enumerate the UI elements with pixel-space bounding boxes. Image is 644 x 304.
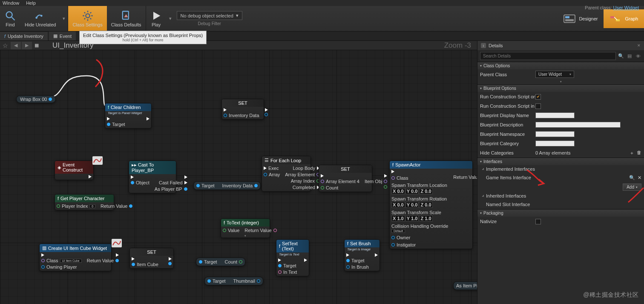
parent-class-combo[interactable]: User Widget bbox=[535, 71, 574, 78]
search-interface-icon[interactable]: 🔍 bbox=[629, 175, 635, 181]
find-button[interactable]: Find bbox=[0, 6, 20, 31]
favorite-icon[interactable]: ☆ bbox=[3, 42, 8, 49]
svg-point-3 bbox=[40, 14, 43, 17]
menu-help[interactable]: Help bbox=[26, 0, 36, 6]
section-interfaces[interactable]: Interfaces bbox=[477, 158, 644, 165]
add-interface-button[interactable]: Add bbox=[623, 184, 641, 191]
field-description[interactable] bbox=[535, 122, 621, 128]
checkbox-rcsid[interactable] bbox=[535, 103, 541, 109]
class-settings-button[interactable]: Class Settings bbox=[68, 6, 106, 31]
hide-unrelated-dropdown[interactable]: ▾ bbox=[60, 6, 68, 31]
tab-designer[interactable]: Designer bbox=[558, 9, 604, 28]
details-icon: i bbox=[481, 43, 486, 48]
play-dropdown[interactable]: ▾ bbox=[167, 6, 174, 31]
svg-line-1 bbox=[12, 17, 15, 20]
node-settext[interactable]: fSetText (Text) bbox=[276, 240, 309, 252]
remove-interface-icon[interactable]: ✕ bbox=[638, 175, 641, 181]
search-icon[interactable]: 🔍 bbox=[618, 53, 624, 60]
nav-back-button[interactable]: ◀ bbox=[11, 42, 21, 49]
zoom-level: Zoom -3 bbox=[444, 41, 471, 50]
tab-graph[interactable]: Graph bbox=[604, 9, 644, 28]
node-event-construct[interactable]: ◈Event Construct bbox=[55, 161, 93, 174]
unlink-icon bbox=[34, 10, 46, 21]
parent-class-label: Parent class: User Widget bbox=[585, 5, 639, 10]
nav-forward-button[interactable]: ▶ bbox=[22, 42, 32, 49]
pin-inventory-data[interactable]: Inventory Data bbox=[222, 183, 258, 188]
pin-target-inv[interactable]: Target bbox=[196, 183, 215, 188]
interp-icon bbox=[92, 156, 103, 165]
pin-wrapbox0[interactable]: Wrap Box 00 bbox=[20, 97, 52, 102]
svg-rect-8 bbox=[565, 19, 574, 21]
filter-icon[interactable]: ▤ bbox=[626, 53, 633, 60]
class-defaults-button[interactable]: Class Defaults bbox=[107, 6, 146, 31]
svg-point-0 bbox=[6, 11, 12, 17]
graph-icon bbox=[610, 14, 621, 23]
svg-rect-6 bbox=[564, 15, 575, 23]
play-button[interactable]: Play bbox=[146, 6, 167, 31]
node-setbrush[interactable]: fSet Brush bbox=[345, 240, 380, 247]
hide-unrelated-button[interactable]: Hide Unrelated bbox=[20, 6, 60, 31]
document-icon bbox=[120, 10, 132, 21]
expander-icon[interactable]: ▾ bbox=[560, 80, 562, 83]
node-get-player-character[interactable]: fGet Player Character bbox=[55, 195, 114, 202]
section-class-options[interactable]: Class Options bbox=[477, 62, 644, 69]
debug-object-select[interactable]: No debug object selected▾ bbox=[177, 11, 242, 20]
section-blueprint-options[interactable]: Blueprint Options bbox=[477, 85, 644, 92]
debug-filter-label: Debug Filter bbox=[177, 21, 242, 26]
graph-title: UI_Inventory bbox=[52, 41, 93, 50]
node-totext[interactable]: fToText (integer) bbox=[221, 219, 270, 227]
node-foreach-loop[interactable]: ☰For Each Loop bbox=[262, 156, 310, 164]
section-packaging[interactable]: Packaging bbox=[477, 209, 644, 217]
eye-icon[interactable]: 👁 bbox=[635, 53, 641, 60]
watermark: @稀土掘金技术社区 bbox=[583, 291, 639, 299]
nav-home-button[interactable]: ▦ bbox=[34, 43, 46, 48]
designer-icon bbox=[564, 14, 575, 23]
node-clear-children[interactable]: fClear Children bbox=[105, 103, 151, 111]
close-icon[interactable]: ✕ bbox=[637, 43, 641, 48]
sub-inherited-interfaces[interactable]: Inherited Interfaces bbox=[477, 192, 644, 200]
node-create-widget[interactable]: ▥Create UI Item Cube Widget bbox=[40, 244, 111, 252]
gear-icon bbox=[82, 10, 94, 21]
details-tab[interactable]: iDetails✕ bbox=[477, 41, 644, 50]
add-element-icon[interactable]: ＋ bbox=[630, 150, 634, 156]
node-spawn-actor[interactable]: fSpawnActor bbox=[390, 161, 472, 169]
menu-window[interactable]: Window bbox=[3, 0, 19, 6]
field-display-name[interactable] bbox=[535, 112, 575, 118]
search-details-input[interactable] bbox=[480, 52, 616, 60]
field-category[interactable] bbox=[535, 141, 575, 146]
tab-event-graph[interactable]: ▦Event bbox=[49, 32, 76, 40]
node-cast-player[interactable]: ▸▸ Cast To Player_BP bbox=[129, 161, 176, 174]
node-set-3[interactable]: SET bbox=[130, 248, 173, 256]
svg-rect-9 bbox=[610, 16, 614, 18]
parent-class-link[interactable]: User Widget bbox=[613, 5, 639, 10]
search-icon bbox=[4, 10, 16, 21]
svg-rect-7 bbox=[565, 16, 569, 18]
checkbox-nativize[interactable] bbox=[535, 219, 541, 224]
play-icon bbox=[150, 10, 162, 21]
field-namespace[interactable] bbox=[535, 131, 575, 137]
node-set-2[interactable]: SET bbox=[319, 165, 372, 173]
trash-icon[interactable]: 🗑 bbox=[637, 150, 641, 156]
checkbox-rcsoc[interactable] bbox=[535, 94, 541, 100]
tab-update-inventory[interactable]: fUpdate Inventory bbox=[0, 32, 48, 40]
svg-point-4 bbox=[86, 14, 89, 17]
interp-icon-2 bbox=[111, 239, 122, 247]
sub-implemented-interfaces[interactable]: Implemented Interfaces bbox=[477, 165, 644, 173]
graph-tab-icon: ▦ bbox=[53, 33, 58, 39]
node-set-1[interactable]: SET bbox=[222, 99, 264, 107]
svg-point-2 bbox=[35, 17, 37, 19]
